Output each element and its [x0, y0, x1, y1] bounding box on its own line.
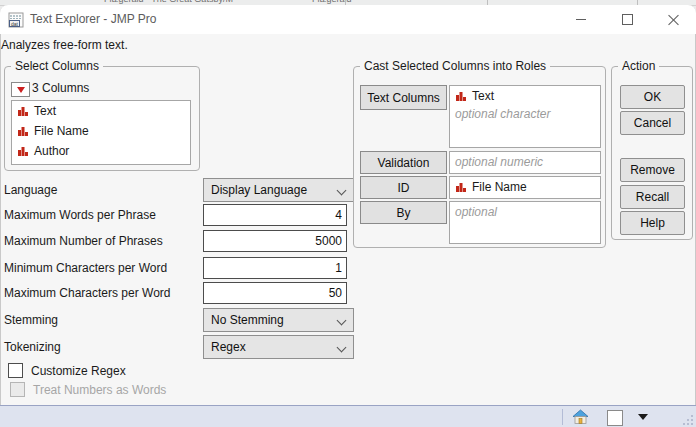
- customize-regex-checkbox[interactable]: Customize Regex: [8, 363, 126, 378]
- minimize-icon: [576, 19, 586, 20]
- id-role-label: ID: [398, 181, 410, 195]
- columns-count-label: 3 Columns: [32, 81, 89, 95]
- language-label: Language: [4, 183, 57, 197]
- by-rolebox[interactable]: optional: [449, 201, 601, 244]
- window-selector-box[interactable]: [607, 410, 623, 426]
- column-item-author[interactable]: Author: [12, 141, 190, 161]
- text-explorer-dialog: dat Text Explorer - JMP Pro Analyzes fre…: [0, 5, 696, 427]
- nominal-column-icon: [455, 181, 467, 193]
- tokenizing-label: Tokenizing: [4, 340, 61, 354]
- id-rolebox[interactable]: File Name: [449, 176, 601, 199]
- text-columns-role-button[interactable]: Text Columns: [360, 85, 447, 110]
- column-item-file-name[interactable]: File Name: [12, 121, 190, 141]
- column-item-label: File Name: [34, 124, 89, 138]
- chevron-down-icon: [337, 186, 347, 196]
- svg-text:dat: dat: [11, 21, 19, 27]
- tokenizing-value: Regex: [211, 340, 246, 354]
- validation-placeholder: optional numeric: [450, 152, 600, 172]
- column-item-label: Text: [34, 104, 56, 118]
- home-icon[interactable]: [572, 409, 589, 425]
- close-button[interactable]: [651, 5, 695, 34]
- min-chars-per-word-input[interactable]: [203, 257, 347, 279]
- nominal-column-icon: [17, 105, 29, 117]
- help-label: Help: [640, 216, 665, 230]
- status-bar: [0, 405, 696, 427]
- background-text: Fitzgerald - The Great Gatsby/M: [104, 0, 233, 4]
- min-chars-per-word-label: Minimum Characters per Word: [4, 261, 167, 275]
- dropdown-triangle-icon[interactable]: [638, 414, 648, 420]
- cast-roles-legend: Cast Selected Columns into Roles: [360, 59, 550, 73]
- remove-button[interactable]: Remove: [620, 158, 685, 182]
- red-triangle-icon: [17, 87, 25, 93]
- validation-role-label: Validation: [378, 156, 430, 170]
- text-columns-rolebox[interactable]: Text optional character: [449, 85, 601, 148]
- max-words-per-phrase-label: Maximum Words per Phrase: [4, 208, 156, 222]
- action-group: Action OK Cancel Remove Recall Help: [611, 66, 693, 240]
- max-chars-per-word-label: Maximum Characters per Word: [4, 286, 171, 300]
- cast-roles-group: Cast Selected Columns into Roles Text Co…: [353, 66, 606, 248]
- nominal-column-icon: [17, 145, 29, 157]
- action-legend: Action: [618, 59, 659, 73]
- chevron-down-icon: [337, 343, 347, 353]
- id-role-button[interactable]: ID: [360, 176, 447, 199]
- maximize-icon: [622, 14, 633, 25]
- recall-button[interactable]: Recall: [620, 185, 685, 209]
- language-value: Display Language: [211, 183, 307, 197]
- text-columns-placeholder: optional character: [450, 105, 600, 123]
- cancel-button[interactable]: Cancel: [620, 111, 685, 135]
- maximize-button[interactable]: [605, 5, 649, 34]
- columns-listbox[interactable]: Text File Name Author: [11, 100, 191, 165]
- role-item-file-name[interactable]: File Name: [450, 177, 600, 197]
- customize-regex-label: Customize Regex: [31, 364, 126, 378]
- ok-label: OK: [644, 90, 661, 104]
- minimize-button[interactable]: [559, 5, 603, 34]
- help-button[interactable]: Help: [620, 211, 685, 235]
- validation-rolebox[interactable]: optional numeric: [449, 151, 601, 174]
- data-table-icon: dat: [8, 12, 24, 28]
- by-placeholder: optional: [450, 202, 600, 222]
- stemming-select[interactable]: No Stemming: [203, 308, 354, 332]
- treat-numbers-as-words-label: Treat Numbers as Words: [33, 383, 166, 397]
- columns-menu-button[interactable]: [11, 82, 30, 97]
- divider: [562, 409, 563, 425]
- tokenizing-select[interactable]: Regex: [203, 335, 354, 359]
- stemming-value: No Stemming: [211, 313, 284, 327]
- max-chars-per-word-input[interactable]: [203, 282, 347, 304]
- chevron-down-icon: [337, 316, 347, 326]
- by-role-button[interactable]: By: [360, 201, 447, 224]
- nominal-column-icon: [17, 125, 29, 137]
- role-item-label: Text: [472, 89, 494, 103]
- ok-button[interactable]: OK: [620, 85, 685, 109]
- select-columns-legend: Select Columns: [11, 59, 103, 73]
- role-item-text[interactable]: Text: [450, 86, 600, 105]
- column-item-text[interactable]: Text: [12, 101, 190, 121]
- validation-role-button[interactable]: Validation: [360, 151, 447, 174]
- by-role-label: By: [396, 206, 410, 220]
- select-columns-group: Select Columns 3 Columns Text File Name …: [4, 66, 200, 171]
- max-number-of-phrases-input[interactable]: [203, 230, 347, 252]
- text-columns-role-label: Text Columns: [367, 91, 440, 105]
- column-item-label: Author: [34, 144, 69, 158]
- window-title: Text Explorer - JMP Pro: [30, 12, 156, 26]
- language-select[interactable]: Display Language: [203, 178, 354, 202]
- checkbox-icon: [10, 382, 25, 397]
- recall-label: Recall: [636, 190, 669, 204]
- max-number-of-phrases-label: Maximum Number of Phrases: [4, 234, 163, 248]
- stemming-label: Stemming: [4, 313, 58, 327]
- treat-numbers-as-words-checkbox: Treat Numbers as Words: [10, 382, 166, 397]
- cancel-label: Cancel: [634, 116, 671, 130]
- remove-label: Remove: [630, 163, 675, 177]
- title-bar[interactable]: dat Text Explorer - JMP Pro: [0, 5, 696, 34]
- max-words-per-phrase-input[interactable]: [203, 204, 347, 226]
- checkbox-icon: [8, 363, 23, 378]
- role-item-label: File Name: [472, 180, 527, 194]
- resize-grip[interactable]: [682, 414, 694, 426]
- dialog-description: Analyzes free-form text.: [1, 38, 128, 52]
- nominal-column-icon: [455, 90, 467, 102]
- close-icon: [668, 14, 679, 25]
- screen: Fitzgerald - The Great Gatsby/M Fitzgera…: [0, 0, 696, 427]
